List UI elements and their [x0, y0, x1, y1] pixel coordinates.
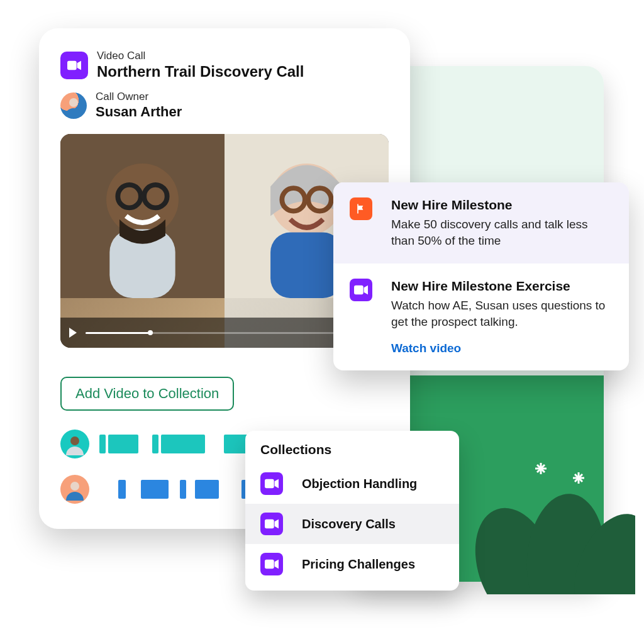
svg-rect-11 [67, 60, 77, 70]
svg-point-26 [70, 482, 79, 491]
video-icon [260, 553, 283, 575]
collections-popover: Collections Objection Handling Discovery… [245, 431, 459, 591]
plant-illustration [472, 456, 635, 594]
milestone-item-2[interactable]: New Hire Milestone Exercise Watch how AE… [333, 264, 629, 370]
video-icon [350, 279, 372, 301]
milestone-body: Watch how AE, Susan uses questions to ge… [391, 297, 613, 330]
collections-heading: Collections [245, 442, 459, 464]
collection-item-pricing-challenges[interactable]: Pricing Challenges [245, 544, 459, 584]
collection-item-objection-handling[interactable]: Objection Handling [245, 464, 459, 504]
video-icon [260, 513, 283, 535]
svg-point-25 [70, 436, 79, 445]
speaker-avatar-2 [60, 475, 89, 504]
milestone-card: New Hire Milestone Make 50 discovery cal… [333, 182, 629, 370]
owner-name: Susan Arther [96, 104, 182, 120]
svg-rect-30 [265, 560, 274, 569]
svg-rect-29 [265, 519, 274, 529]
card-type-label: Video Call [97, 50, 304, 62]
add-video-to-collection-button[interactable]: Add Video to Collection [60, 377, 234, 411]
milestone-body: Make 50 discovery calls and talk less th… [391, 216, 613, 248]
collection-item-discovery-calls[interactable]: Discovery Calls [245, 504, 459, 544]
collection-label: Objection Handling [302, 477, 417, 491]
svg-rect-21 [270, 233, 343, 298]
watch-video-link[interactable]: Watch video [391, 341, 461, 355]
milestone-title: New Hire Milestone Exercise [391, 279, 613, 294]
owner-avatar [60, 92, 87, 119]
card-title: Northern Trail Discovery Call [97, 63, 304, 80]
milestone-title: New Hire Milestone [391, 197, 613, 213]
video-icon [260, 472, 283, 495]
video-icon [60, 52, 88, 79]
call-owner-row: Call Owner Susan Arther [60, 91, 389, 120]
play-icon[interactable] [69, 328, 77, 338]
collection-label: Discovery Calls [302, 517, 396, 531]
svg-rect-27 [354, 286, 364, 295]
video-participant-left [60, 134, 225, 348]
speaker-avatar-1 [60, 430, 89, 458]
owner-label: Call Owner [96, 91, 182, 103]
card-header: Video Call Northern Trail Discovery Call [60, 50, 389, 80]
svg-rect-28 [265, 479, 274, 489]
collection-label: Pricing Challenges [302, 557, 415, 572]
flag-icon [350, 197, 372, 220]
svg-point-12 [69, 98, 78, 107]
milestone-item-1[interactable]: New Hire Milestone Make 50 discovery cal… [333, 182, 629, 264]
